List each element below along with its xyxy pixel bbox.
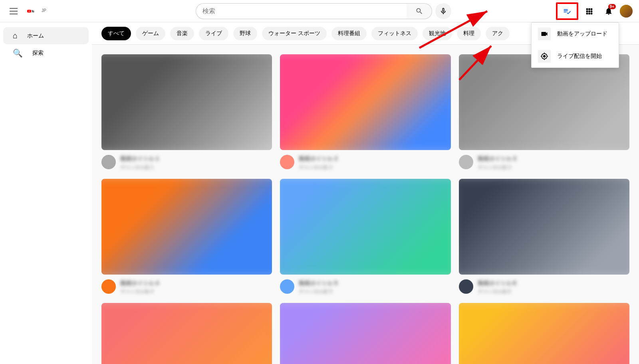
channel-avatar-2 (280, 155, 294, 169)
sidebar: ⌂ ホーム 🔍 探索 (0, 22, 92, 364)
upload-video-item[interactable]: 動画をアップロード (532, 23, 619, 45)
video-title-1: 動画タイトル 1 (121, 155, 272, 162)
main-content: 動画タイトル 1 チャンネル名 1 動画タイトル 2 チャンネル名 2 (92, 45, 639, 364)
channel-avatar-1 (101, 155, 116, 169)
video-channel-2: チャンネル名 2 (299, 164, 450, 171)
video-card-6[interactable]: 動画タイトル 6 チャンネル名 6 (459, 179, 629, 295)
header-right: 9+ (553, 2, 633, 20)
video-card-5[interactable]: 動画タイトル 5 チャンネル名 5 (280, 179, 450, 295)
video-card-8[interactable]: 動画タイトル 8 チャンネル名 8 (280, 303, 450, 364)
upload-video-icon-box (538, 28, 551, 40)
create-button[interactable] (557, 3, 577, 19)
video-title-3: 動画タイトル 3 (478, 155, 629, 162)
video-title-4: 動画タイトル 4 (121, 279, 272, 287)
go-live-icon (540, 52, 548, 60)
logo-jp-label: JP (42, 8, 46, 13)
hamburger-icon (10, 8, 18, 14)
channel-avatar-4 (101, 279, 116, 294)
video-card-7[interactable]: 動画タイトル 7 チャンネル名 7 (101, 303, 272, 364)
channel-avatar-5 (280, 279, 294, 294)
sidebar-item-explore[interactable]: 🔍 探索 (3, 44, 89, 62)
video-thumbnail-2 (280, 54, 450, 150)
video-meta-2: 動画タイトル 2 チャンネル名 2 (299, 155, 450, 170)
video-card-2[interactable]: 動画タイトル 2 チャンネル名 2 (280, 54, 450, 171)
video-thumbnail-5 (280, 179, 450, 275)
create-button-wrapper (556, 2, 578, 20)
notification-badge: 9+ (608, 4, 616, 9)
chip-fitness[interactable]: フィットネス (371, 27, 418, 40)
video-card-9[interactable]: 動画タイトル 9 チャンネル名 9 (459, 303, 629, 364)
video-info-3: 動画タイトル 3 チャンネル名 3 (459, 155, 629, 170)
video-channel-5: チャンネル名 5 (299, 288, 450, 295)
search-icon (415, 7, 423, 15)
chip-action[interactable]: アク (486, 27, 510, 40)
chip-baseball[interactable]: 野球 (233, 27, 257, 40)
chip-music[interactable]: 音楽 (170, 27, 194, 40)
video-thumbnail-3 (459, 54, 629, 150)
video-thumbnail-9 (459, 303, 629, 364)
video-info-4: 動画タイトル 4 チャンネル名 4 (101, 279, 272, 295)
video-info-5: 動画タイトル 5 チャンネル名 5 (280, 279, 450, 295)
chip-water-sports[interactable]: ウォーター スポーツ (262, 27, 327, 40)
video-meta-6: 動画タイトル 6 チャンネル名 6 (478, 279, 629, 295)
video-meta-5: 動画タイトル 5 チャンネル名 5 (299, 279, 450, 295)
video-grid: 動画タイトル 1 チャンネル名 1 動画タイトル 2 チャンネル名 2 (101, 54, 629, 364)
upload-video-icon (540, 30, 548, 38)
video-channel-1: チャンネル名 1 (121, 164, 272, 171)
video-thumbnail-8 (280, 303, 450, 364)
explore-icon: 🔍 (13, 48, 23, 58)
video-card-4[interactable]: 動画タイトル 4 チャンネル名 4 (101, 179, 272, 295)
search-input[interactable] (196, 3, 407, 19)
chip-all[interactable]: すべて (101, 27, 131, 40)
video-thumbnail-1 (101, 54, 272, 150)
video-thumbnail-4 (101, 179, 272, 275)
video-channel-6: チャンネル名 6 (478, 288, 629, 295)
mic-icon (439, 7, 447, 15)
hamburger-button[interactable] (6, 5, 21, 18)
search-area (196, 3, 451, 19)
video-card-3[interactable]: 動画タイトル 3 チャンネル名 3 (459, 54, 629, 171)
video-thumbnail-6 (459, 179, 629, 275)
video-meta-4: 動画タイトル 4 チャンネル名 4 (121, 279, 272, 295)
chip-tourist[interactable]: 観光地 (423, 27, 452, 40)
channel-avatar-6 (459, 279, 473, 294)
video-title-5: 動画タイトル 5 (299, 279, 450, 287)
channel-avatar-3 (459, 155, 473, 169)
create-icon (563, 7, 571, 15)
video-card-1[interactable]: 動画タイトル 1 チャンネル名 1 (101, 54, 272, 171)
create-dropdown-menu: 動画をアップロード ライブ配信を開始 (531, 22, 619, 68)
video-channel-3: チャンネル名 3 (478, 164, 629, 171)
apps-button[interactable] (581, 3, 597, 19)
notifications-button[interactable]: 9+ (601, 3, 617, 19)
youtube-logo-icon (27, 7, 40, 16)
avatar-image (620, 5, 633, 18)
go-live-icon-box (538, 50, 551, 63)
video-thumbnail-7 (101, 303, 272, 364)
video-title-6: 動画タイトル 6 (478, 279, 629, 287)
apps-icon (585, 7, 594, 16)
video-info-6: 動画タイトル 6 チャンネル名 6 (459, 279, 629, 295)
video-meta-1: 動画タイトル 1 チャンネル名 1 (121, 155, 272, 170)
header: JP (0, 0, 639, 22)
sidebar-item-home[interactable]: ⌂ ホーム (3, 27, 89, 44)
video-title-2: 動画タイトル 2 (299, 155, 450, 162)
chip-live[interactable]: ライブ (199, 27, 228, 40)
avatar[interactable] (620, 5, 633, 18)
video-meta-3: 動画タイトル 3 チャンネル名 3 (478, 155, 629, 170)
video-info-2: 動画タイトル 2 チャンネル名 2 (280, 155, 450, 170)
search-button[interactable] (407, 3, 432, 19)
sidebar-item-explore-label: 探索 (32, 49, 44, 57)
sidebar-item-home-label: ホーム (27, 32, 44, 40)
go-live-item[interactable]: ライブ配信を開始 (532, 45, 619, 67)
video-info-1: 動画タイトル 1 チャンネル名 1 (101, 155, 272, 170)
mic-button[interactable] (435, 3, 451, 19)
chip-games[interactable]: ゲーム (136, 27, 165, 40)
home-icon: ⌂ (13, 31, 18, 40)
chip-cooking[interactable]: 料理 (457, 27, 481, 40)
youtube-logo[interactable]: JP (27, 7, 46, 16)
search-form (196, 3, 432, 19)
video-channel-4: チャンネル名 4 (121, 288, 272, 295)
chip-cooking-show[interactable]: 料理番組 (331, 27, 367, 40)
upload-video-label: 動画をアップロード (557, 30, 607, 38)
header-left: JP (6, 5, 94, 18)
